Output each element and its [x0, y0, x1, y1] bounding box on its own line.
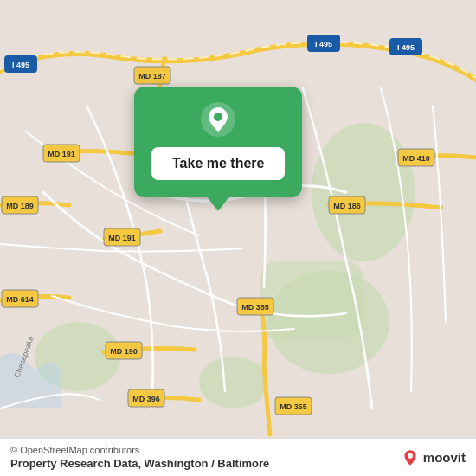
svg-point-4 — [199, 357, 268, 408]
svg-text:MD 396: MD 396 — [132, 395, 160, 403]
moovit-brand-text: moovit — [423, 450, 466, 465]
svg-text:MD 190: MD 190 — [110, 347, 138, 356]
svg-point-38 — [408, 453, 413, 458]
location-popup: Take me there — [134, 87, 302, 197]
bottom-bar: © OpenStreetMap contributors Property Re… — [0, 438, 476, 476]
svg-text:MD 189: MD 189 — [6, 202, 34, 210]
bottom-title: Property Research Data, Washington / Bal… — [10, 457, 269, 470]
svg-text:MD 614: MD 614 — [6, 295, 34, 304]
map-svg: I 495 MD 187 I 495 I 495 MD 410 MD 191 M… — [0, 0, 476, 476]
moovit-pin-icon — [401, 448, 420, 467]
map-container: I 495 MD 187 I 495 I 495 MD 410 MD 191 M… — [0, 0, 476, 476]
svg-text:I 495: I 495 — [12, 61, 29, 69]
svg-text:I 495: I 495 — [315, 40, 332, 48]
moovit-logo: moovit — [401, 448, 466, 467]
location-pin-icon — [199, 100, 237, 138]
svg-rect-5 — [260, 261, 363, 339]
bottom-info: © OpenStreetMap contributors Property Re… — [10, 445, 269, 470]
svg-text:MD 186: MD 186 — [333, 202, 361, 210]
take-me-there-button[interactable]: Take me there — [151, 147, 285, 180]
svg-point-1 — [312, 123, 415, 261]
svg-text:MD 187: MD 187 — [138, 72, 166, 80]
copyright-text: © OpenStreetMap contributors — [10, 445, 269, 455]
svg-text:MD 355: MD 355 — [241, 303, 269, 312]
svg-point-37 — [214, 113, 222, 121]
svg-text:MD 191: MD 191 — [108, 234, 136, 242]
svg-text:I 495: I 495 — [397, 43, 415, 52]
svg-text:MD 410: MD 410 — [402, 154, 430, 163]
svg-text:MD 191: MD 191 — [48, 150, 75, 158]
svg-text:MD 355: MD 355 — [280, 402, 307, 411]
